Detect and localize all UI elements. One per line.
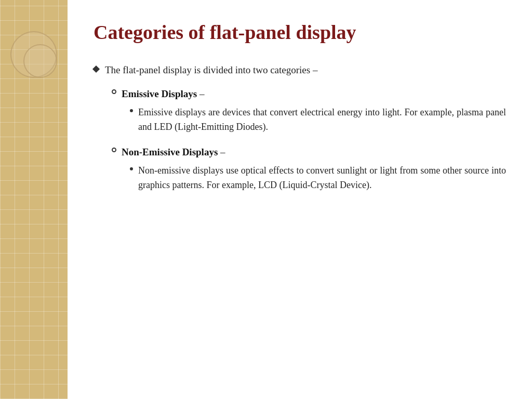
level1-text: The flat-panel display is divided into t… xyxy=(105,63,317,78)
non-emissive-detail-text: Non-emissive displays use optical effect… xyxy=(138,163,506,193)
circle-inner xyxy=(23,44,57,78)
emissive-heading-suffix: – xyxy=(197,88,204,99)
emissive-heading-bold: Emissive Displays xyxy=(122,88,197,99)
emissive-heading: Emissive Displays – xyxy=(122,87,204,102)
emissive-detail-text: Emissive displays are devices that conve… xyxy=(138,105,506,135)
sidebar-decoration xyxy=(0,0,68,399)
bullet-circle-icon xyxy=(112,89,116,94)
bullet-dot-icon-2 xyxy=(130,167,133,170)
bullet-circle-icon-2 xyxy=(112,148,116,152)
content-body: The flat-panel display is divided into t… xyxy=(94,63,506,378)
emissive-section: Emissive Displays – Emissive displays ar… xyxy=(112,87,506,141)
non-emissive-heading-suffix: – xyxy=(218,147,225,157)
non-emissive-heading: Non-Emissive Displays – xyxy=(122,145,225,160)
non-emissive-section: Non-Emissive Displays – Non-emissive dis… xyxy=(112,145,506,199)
slide-container: Categories of flat-panel display The fla… xyxy=(0,0,532,399)
sidebar-circles xyxy=(10,31,62,83)
non-emissive-detail-group: Non-emissive displays use optical effect… xyxy=(130,163,506,193)
level2-emissive: Emissive Displays – xyxy=(112,87,506,102)
bullet-dot-icon xyxy=(130,109,133,112)
bullet-diamond-icon xyxy=(92,65,100,73)
emissive-detail-group: Emissive displays are devices that conve… xyxy=(130,105,506,135)
level3-emissive-detail: Emissive displays are devices that conve… xyxy=(130,105,506,135)
level3-non-emissive-detail: Non-emissive displays use optical effect… xyxy=(130,163,506,193)
slide-content: Categories of flat-panel display The fla… xyxy=(68,0,532,399)
level1-item: The flat-panel display is divided into t… xyxy=(94,63,506,78)
slide-title: Categories of flat-panel display xyxy=(94,21,506,45)
non-emissive-heading-bold: Non-Emissive Displays xyxy=(122,147,218,157)
level2-non-emissive: Non-Emissive Displays – xyxy=(112,145,506,160)
